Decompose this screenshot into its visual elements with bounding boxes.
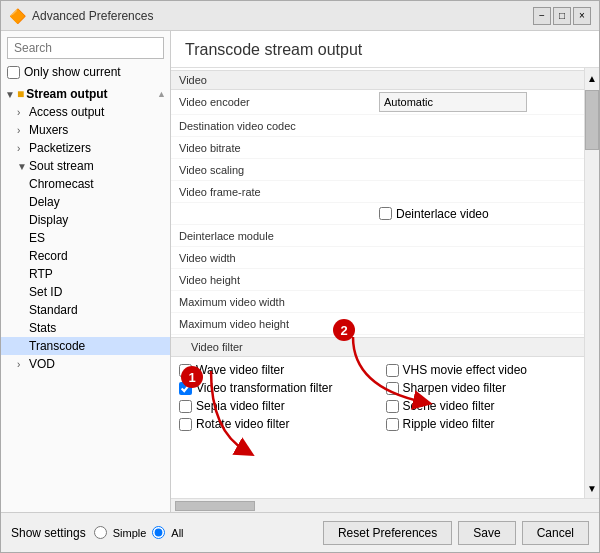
sidebar-item-rtp[interactable]: RTP — [1, 265, 170, 283]
horiz-scroll-thumb[interactable] — [175, 501, 255, 511]
sidebar-item-es[interactable]: ES — [1, 229, 170, 247]
expand-arrow: › — [17, 107, 27, 118]
only-show-checkbox[interactable] — [7, 66, 20, 79]
sidebar-item-label: Stats — [29, 321, 56, 335]
setting-row-dest-codec: Destination video codec — [171, 115, 584, 137]
filter-transformation: Video transformation filter — [171, 379, 378, 397]
sidebar-item-display[interactable]: Display — [1, 211, 170, 229]
sidebar-item-stats[interactable]: Stats — [1, 319, 170, 337]
sepia-filter-checkbox[interactable] — [179, 400, 192, 413]
sidebar-item-muxers[interactable]: › Muxers — [1, 121, 170, 139]
filter-wave: Wave video filter — [171, 361, 378, 379]
bottom-bar: Show settings Simple All Reset Preferenc… — [1, 512, 599, 552]
sidebar-item-sout-stream[interactable]: ▼ Sout stream — [1, 157, 170, 175]
search-input[interactable] — [7, 37, 164, 59]
bottom-buttons: Reset Preferences Save Cancel — [323, 521, 589, 545]
transformation-filter-checkbox[interactable] — [179, 382, 192, 395]
vertical-scrollbar[interactable]: ▲ ▼ — [584, 68, 599, 498]
sidebar-item-label: Access output — [29, 105, 104, 119]
setting-row-deinterlace: Deinterlace video — [171, 203, 584, 225]
expand-arrow: ▼ — [17, 161, 27, 172]
sepia-filter-label: Sepia video filter — [196, 399, 285, 413]
only-show-label: Only show current — [24, 65, 121, 79]
setting-label: Destination video codec — [179, 120, 379, 132]
sidebar-item-label: Transcode — [29, 339, 85, 353]
sharpen-filter-checkbox[interactable] — [386, 382, 399, 395]
setting-row-video-height: Video height — [171, 269, 584, 291]
cancel-button[interactable]: Cancel — [522, 521, 589, 545]
setting-label: Video bitrate — [179, 142, 379, 154]
titlebar: 🔶 Advanced Preferences − □ × — [1, 1, 599, 31]
wave-filter-checkbox[interactable] — [179, 364, 192, 377]
close-button[interactable]: × — [573, 7, 591, 25]
sidebar-item-label: Muxers — [29, 123, 68, 137]
setting-label: Video width — [179, 252, 379, 264]
sidebar-item-label: Chromecast — [29, 177, 94, 191]
minimize-button[interactable]: − — [533, 7, 551, 25]
titlebar-controls: − □ × — [533, 7, 591, 25]
filter-rotate: Rotate video filter — [171, 415, 378, 433]
titlebar-left: 🔶 Advanced Preferences — [9, 8, 153, 24]
setting-row-deinterlace-module: Deinterlace module — [171, 225, 584, 247]
sidebar-item-delay[interactable]: Delay — [1, 193, 170, 211]
simple-radio[interactable] — [94, 526, 107, 539]
vlc-icon: 🔶 — [9, 8, 26, 24]
video-filter-section-header: Video filter — [171, 337, 584, 357]
setting-row-frame-rate: Video frame-rate — [171, 181, 584, 203]
scroll-up-button[interactable]: ▲ — [585, 68, 599, 88]
reset-preferences-button[interactable]: Reset Preferences — [323, 521, 452, 545]
panel-wrapper: Transcode stream output Video Video enco… — [171, 31, 599, 512]
scene-filter-checkbox[interactable] — [386, 400, 399, 413]
sidebar-item-label: Record — [29, 249, 68, 263]
filter-scene: Scene video filter — [378, 397, 585, 415]
sidebar-item-access-output[interactable]: › Access output — [1, 103, 170, 121]
expand-arrow: › — [17, 143, 27, 154]
sidebar-item-vod[interactable]: › VOD — [1, 355, 170, 373]
sidebar-item-label: Packetizers — [29, 141, 91, 155]
setting-row-video-bitrate: Video bitrate — [171, 137, 584, 159]
all-radio[interactable] — [152, 526, 165, 539]
sidebar-item-packetizers[interactable]: › Packetizers — [1, 139, 170, 157]
horizontal-scrollbar[interactable] — [171, 498, 599, 512]
sidebar-item-transcode[interactable]: Transcode — [1, 337, 170, 355]
vlc-tree-icon: ■ — [17, 87, 24, 101]
wave-filter-label: Wave video filter — [196, 363, 284, 377]
filter-sepia: Sepia video filter — [171, 397, 378, 415]
deinterlace-checkbox[interactable] — [379, 207, 392, 220]
video-encoder-input[interactable] — [379, 92, 527, 112]
sidebar-item-stream-output[interactable]: ▼ ■ Stream output ▲ — [1, 85, 170, 103]
sidebar-item-label: Standard — [29, 303, 78, 317]
titlebar-title: Advanced Preferences — [32, 9, 153, 23]
sidebar-tree: ▼ ■ Stream output ▲ › Access output › Mu… — [1, 85, 170, 512]
sidebar-item-label: RTP — [29, 267, 53, 281]
save-button[interactable]: Save — [458, 521, 515, 545]
setting-label: Video frame-rate — [179, 186, 379, 198]
sidebar-item-label: Set ID — [29, 285, 62, 299]
ripple-filter-checkbox[interactable] — [386, 418, 399, 431]
setting-label: Video height — [179, 274, 379, 286]
maximize-button[interactable]: □ — [553, 7, 571, 25]
scroll-down-button[interactable]: ▼ — [585, 478, 599, 498]
sidebar-item-set-id[interactable]: Set ID — [1, 283, 170, 301]
all-radio-label: All — [171, 527, 183, 539]
vhs-filter-checkbox[interactable] — [386, 364, 399, 377]
filter-vhs: VHS movie effect video — [378, 361, 585, 379]
setting-row-video-scaling: Video scaling — [171, 159, 584, 181]
filter-ripple: Ripple video filter — [378, 415, 585, 433]
transformation-filter-label: Video transformation filter — [196, 381, 333, 395]
sidebar-item-record[interactable]: Record — [1, 247, 170, 265]
rotate-filter-checkbox[interactable] — [179, 418, 192, 431]
scroll-track — [585, 152, 599, 478]
video-section-header: Video — [171, 70, 584, 90]
sidebar-item-label: Display — [29, 213, 68, 227]
scroll-thumb[interactable] — [585, 90, 599, 150]
setting-label: Maximum video width — [179, 296, 379, 308]
deinterlace-label: Deinterlace video — [396, 207, 489, 221]
video-filter-section: Wave video filter Video transformation f… — [171, 357, 584, 437]
sidebar-item-standard[interactable]: Standard — [1, 301, 170, 319]
sidebar-item-chromecast[interactable]: Chromecast — [1, 175, 170, 193]
panel-title: Transcode stream output — [171, 31, 599, 68]
scene-filter-label: Scene video filter — [403, 399, 495, 413]
panel-content: Video Video encoder Destination video co… — [171, 68, 584, 498]
simple-radio-label: Simple — [113, 527, 147, 539]
